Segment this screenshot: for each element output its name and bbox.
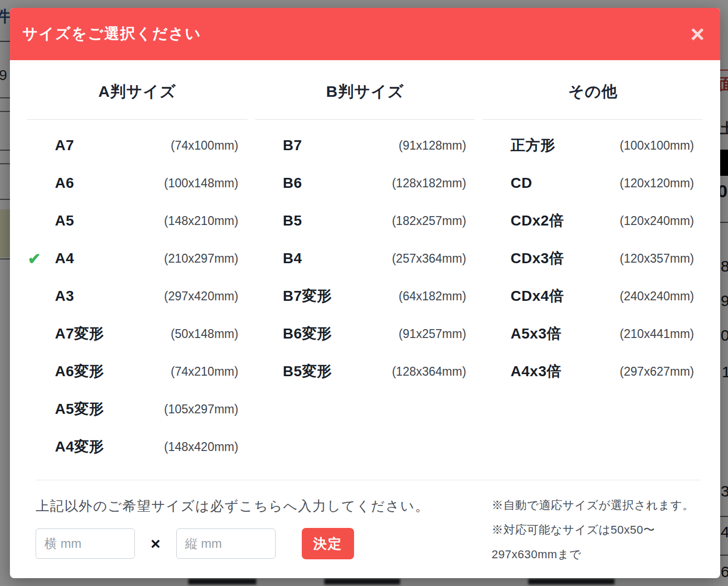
size-dimensions: (91x257mm) (399, 327, 475, 341)
size-name: A5x3倍 (510, 324, 561, 344)
size-option[interactable]: A5変形(105x297mm) (27, 390, 247, 428)
size-option[interactable]: A6変形(74x210mm) (27, 353, 247, 390)
size-option[interactable]: A5x3倍(210x441mm) (483, 315, 703, 353)
size-option[interactable]: A6(100x148mm) (27, 164, 247, 202)
size-option[interactable]: A7変形(50x148mm) (27, 315, 247, 353)
size-option[interactable]: A7(74x100mm) (27, 127, 247, 164)
size-dimensions: (257x364mm) (392, 252, 475, 266)
size-option[interactable]: A3(297x420mm) (27, 277, 247, 315)
note-line: 297x630mmまで (492, 542, 701, 567)
size-dimensions: (240x240mm) (620, 289, 703, 303)
note-line: ※対応可能なサイズは50x50〜 (492, 517, 701, 542)
size-name: A6変形 (55, 362, 104, 381)
modal-header: サイズをご選択ください × (10, 8, 720, 60)
size-column-b-series: B判サイズB7(91x128mm)B6(128x182mm)B5(182x257… (255, 60, 475, 466)
height-input[interactable] (176, 528, 276, 559)
size-name: 正方形 (510, 136, 555, 155)
column-header: B判サイズ (255, 60, 475, 103)
size-name: B6変形 (283, 324, 332, 344)
size-name: A7 (55, 137, 74, 154)
size-dimensions: (91x128mm) (399, 139, 475, 153)
size-option[interactable]: CDx4倍(240x240mm) (483, 277, 703, 315)
check-icon: ✔ (28, 250, 41, 268)
width-input[interactable] (36, 528, 135, 559)
size-column-a-series: A判サイズA7(74x100mm)A6(100x148mm)A5(148x210… (27, 60, 247, 466)
column-header: A判サイズ (27, 60, 247, 103)
size-name: A5 (55, 212, 74, 229)
close-icon[interactable]: × (690, 25, 704, 44)
size-dimensions: (74x100mm) (171, 139, 247, 153)
size-option[interactable]: B5変形(128x364mm) (255, 353, 475, 390)
size-dimensions: (182x257mm) (392, 214, 475, 228)
size-dimensions: (128x182mm) (392, 176, 475, 190)
size-dimensions: (74x210mm) (171, 365, 247, 379)
size-dimensions: (105x297mm) (164, 402, 247, 416)
size-name: B7変形 (283, 286, 332, 306)
column-underline (483, 119, 703, 120)
section-divider (36, 480, 701, 480)
size-name: CDx2倍 (510, 211, 564, 231)
size-option[interactable]: CDx2倍(120x240mm) (483, 202, 703, 240)
submit-button[interactable]: 決定 (302, 528, 354, 559)
size-option[interactable]: B6変形(91x257mm) (255, 315, 475, 353)
multiply-icon: × (151, 534, 161, 554)
size-option[interactable]: B6(128x182mm) (255, 164, 475, 202)
size-dimensions: (64x182mm) (399, 289, 475, 303)
size-name: A4変形 (55, 437, 104, 457)
size-dimensions: (148x210mm) (164, 214, 247, 228)
size-option[interactable]: CD(120x120mm) (483, 164, 703, 202)
size-name: A5変形 (55, 399, 104, 419)
size-dimensions: (297x627mm) (620, 365, 703, 379)
column-header: その他 (483, 60, 703, 103)
size-option[interactable]: 正方形(100x100mm) (483, 127, 703, 164)
size-option[interactable]: B7変形(64x182mm) (255, 277, 475, 315)
size-name: B5 (283, 212, 302, 229)
size-name: A7変形 (55, 324, 104, 344)
modal-title: サイズをご選択ください (22, 24, 201, 44)
note-line: ※自動で適応サイズが選択されます。 (492, 493, 701, 517)
size-dimensions: (210x297mm) (164, 252, 247, 266)
size-column-other: その他正方形(100x100mm)CD(120x120mm)CDx2倍(120x… (483, 60, 703, 466)
size-columns: A判サイズA7(74x100mm)A6(100x148mm)A5(148x210… (10, 60, 720, 466)
size-name: B4 (283, 250, 302, 267)
custom-size-instruction: 上記以外のご希望サイズは必ずこちらへ入力してください。 (36, 497, 492, 515)
column-underline (27, 119, 247, 120)
size-option[interactable]: CDx3倍(120x357mm) (483, 240, 703, 277)
custom-size-section: 上記以外のご希望サイズは必ずこちらへ入力してください。 × 決定 ※自動で適応サ… (36, 480, 701, 567)
size-name: B5変形 (283, 362, 332, 381)
notes-block: ※自動で適応サイズが選択されます。 ※対応可能なサイズは50x50〜 297x6… (492, 493, 701, 567)
size-name: A3 (55, 288, 74, 305)
size-option[interactable]: A5(148x210mm) (27, 202, 247, 240)
size-option[interactable]: A4x3倍(297x627mm) (483, 353, 703, 390)
size-dimensions: (120x240mm) (620, 214, 703, 228)
size-name: A6 (55, 175, 74, 191)
size-name: B7 (283, 137, 302, 154)
size-name: A4 (55, 250, 74, 267)
size-option[interactable]: A4変形(148x420mm) (27, 428, 247, 466)
size-name: B6 (283, 175, 302, 191)
size-name: A4x3倍 (510, 362, 561, 381)
size-dimensions: (210x441mm) (620, 327, 703, 341)
size-select-modal: サイズをご選択ください × A判サイズA7(74x100mm)A6(100x14… (10, 8, 720, 578)
size-dimensions: (120x357mm) (620, 252, 703, 266)
size-dimensions: (128x364mm) (392, 365, 475, 379)
size-dimensions: (297x420mm) (164, 289, 247, 303)
size-dimensions: (148x420mm) (164, 440, 247, 454)
size-option[interactable]: ✔A4(210x297mm) (27, 240, 247, 277)
size-name: CDx3倍 (510, 249, 564, 268)
size-dimensions: (100x148mm) (164, 176, 247, 190)
size-option[interactable]: B5(182x257mm) (255, 202, 475, 240)
column-underline (255, 119, 475, 120)
size-option[interactable]: B7(91x128mm) (255, 127, 475, 164)
size-option[interactable]: B4(257x364mm) (255, 240, 475, 277)
size-dimensions: (120x120mm) (620, 176, 703, 190)
size-name: CD (510, 175, 532, 191)
size-dimensions: (100x100mm) (620, 139, 703, 153)
size-dimensions: (50x148mm) (171, 327, 247, 341)
size-name: CDx4倍 (510, 286, 564, 306)
